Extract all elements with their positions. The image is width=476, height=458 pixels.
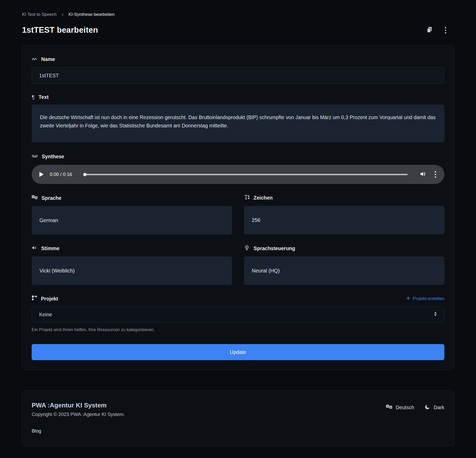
text-label: Text	[39, 94, 49, 100]
podcast-icon	[244, 245, 250, 252]
play-button[interactable]	[39, 172, 44, 177]
sprachsteuerung-label-row: Sprachsteuerung	[244, 245, 444, 252]
text-field: ¶ Text Die deutsche Wirtschaft ist nun d…	[32, 94, 444, 142]
sprache-label-row: A 文 Sprache	[32, 194, 232, 202]
audio-kebab-icon	[434, 171, 437, 178]
synthese-label-row: Synthese	[32, 153, 444, 160]
audio-seek-slider[interactable]	[83, 174, 408, 175]
zeichen-label: Zeichen	[254, 195, 273, 201]
update-button[interactable]: Update	[32, 344, 444, 360]
footer-title: PWA :Agentur KI System	[32, 402, 125, 409]
zeichen-value: 256	[244, 206, 444, 234]
select-arrows-icon	[433, 311, 437, 318]
projekt-label-group: Projekt	[32, 295, 58, 302]
svg-text:A: A	[32, 196, 34, 198]
chevron-right-icon: ›	[62, 11, 63, 17]
sprache-field: A 文 Sprache German	[32, 194, 232, 235]
audio-seek-thumb[interactable]	[83, 173, 87, 176]
theme-toggle[interactable]: Dark	[425, 404, 444, 411]
audio-menu-button[interactable]	[434, 171, 437, 178]
moon-icon	[425, 404, 430, 411]
title-row: 1stTEST bearbeiten	[22, 25, 454, 35]
language-characters-row: A 文 Sprache German	[32, 194, 444, 235]
footer-copyright: Copyright © 2023 PWA :Agentur KI System.	[32, 412, 125, 417]
projekt-helper-text: Ein Projekt wird Ihnen helfen, Ihre Ress…	[32, 327, 444, 332]
text-value: Die deutsche Wirtschaft ist nun doch in …	[32, 105, 444, 142]
stimme-label-row: Stimme	[32, 245, 232, 252]
name-label: Name	[41, 56, 55, 62]
projekt-select[interactable]: Keine	[32, 306, 444, 323]
create-project-label: Projekt erstellen	[413, 296, 444, 301]
footer-right: A 文 Deutsch Dark	[386, 404, 444, 411]
language-switcher[interactable]: A 文 Deutsch	[386, 404, 414, 411]
zeichen-label-row: Zeichen	[244, 194, 444, 201]
text-height-icon	[244, 194, 250, 201]
copy-icon	[426, 26, 433, 34]
more-options-button[interactable]	[444, 26, 447, 34]
play-icon	[39, 172, 44, 177]
stimme-label: Stimme	[41, 245, 59, 251]
theme-label: Dark	[434, 405, 444, 411]
name-input[interactable]	[32, 67, 444, 84]
blog-link[interactable]: Blog	[32, 428, 41, 434]
projekt-selected-value: Keine	[39, 312, 52, 318]
audio-time: 0:00 / 0:16	[50, 172, 72, 177]
footer: PWA :Agentur KI System Copyright © 2023 …	[22, 391, 454, 446]
zeichen-field: Zeichen 256	[244, 194, 444, 235]
text-label-row: ¶ Text	[32, 94, 444, 100]
name-label-row: Name	[32, 56, 444, 63]
pilcrow-icon: ¶	[32, 94, 35, 100]
svg-text:文: 文	[35, 197, 37, 199]
name-field: Name	[32, 56, 444, 84]
kebab-menu-icon	[444, 26, 447, 34]
projekt-field: Projekt + Projekt erstellen Keine Ein Pr…	[32, 295, 444, 332]
language-label: Deutsch	[396, 405, 414, 411]
sprachsteuerung-value: Neural (HQ)	[244, 256, 444, 285]
plus-icon: +	[407, 296, 410, 301]
footer-left: PWA :Agentur KI System Copyright © 2023 …	[32, 402, 125, 434]
svg-text:文: 文	[389, 406, 392, 409]
stimme-field: Stimme Vicki (Weiblich)	[32, 245, 232, 285]
page-title: 1stTEST bearbeiten	[22, 25, 98, 35]
projekt-label: Projekt	[41, 296, 58, 302]
breadcrumb-item-current: KI-Synthese bearbeiten	[68, 12, 115, 17]
sprache-value: German	[32, 206, 232, 235]
synthese-label: Synthese	[42, 154, 64, 160]
create-project-link[interactable]: + Projekt erstellen	[407, 296, 444, 301]
breadcrumb-item-ki-text-to-speech[interactable]: KI Text to Speech	[22, 12, 57, 17]
page: KI Text to Speech › KI-Synthese bearbeit…	[0, 0, 476, 446]
synthese-field: Synthese 0:00 / 0:16	[32, 153, 444, 184]
translate-icon: A 文	[386, 404, 392, 411]
translate-icon: A 文	[32, 194, 38, 202]
svg-text:A: A	[387, 405, 388, 408]
sitemap-icon	[32, 295, 37, 302]
speaker-icon	[32, 245, 37, 252]
stimme-value: Vicki (Weiblich)	[32, 256, 232, 285]
volume-icon	[419, 170, 426, 178]
title-actions	[426, 26, 454, 34]
breadcrumb: KI Text to Speech › KI-Synthese bearbeit…	[22, 0, 454, 17]
projekt-label-row: Projekt + Projekt erstellen	[32, 295, 444, 302]
voicemail-icon	[32, 153, 38, 160]
audio-player: 0:00 / 0:16	[32, 165, 444, 184]
copy-button[interactable]	[426, 26, 433, 34]
voice-engine-row: Stimme Vicki (Weiblich) Sprachsteuerung	[32, 245, 444, 285]
sprachsteuerung-field: Sprachsteuerung Neural (HQ)	[244, 245, 444, 285]
signature-icon	[32, 56, 37, 63]
sprachsteuerung-label: Sprachsteuerung	[254, 245, 295, 251]
volume-button[interactable]	[419, 170, 426, 178]
synthesis-form-card: Name ¶ Text Die deutsche Wirtschaft ist …	[22, 45, 454, 370]
sprache-label: Sprache	[41, 195, 61, 201]
